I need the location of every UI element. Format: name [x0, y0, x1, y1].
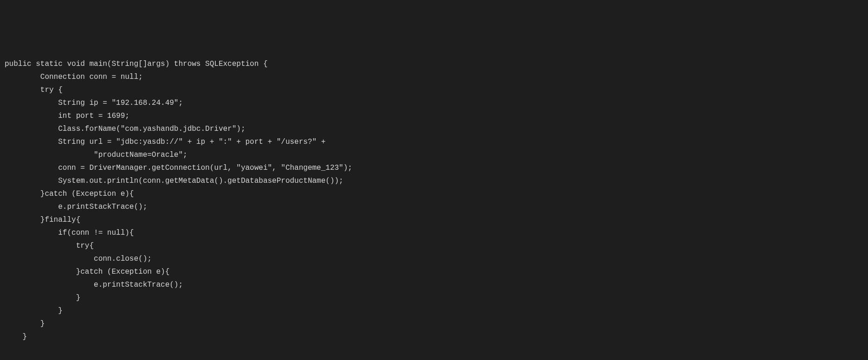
- code-line: }catch (Exception e){: [5, 187, 863, 200]
- code-line: }: [5, 291, 863, 304]
- code-line: String url = "jdbc:yasdb://" + ip + ":" …: [5, 135, 863, 148]
- code-line: conn = DriverManager.getConnection(url, …: [5, 161, 863, 174]
- code-line: try {: [5, 84, 863, 96]
- code-line: if(conn != null){: [5, 226, 863, 239]
- code-block: public static void main(String[]args) th…: [5, 58, 863, 343]
- code-line: }: [5, 330, 863, 343]
- code-line: Connection conn = null;: [5, 71, 863, 84]
- code-line: String ip = "192.168.24.49";: [5, 96, 863, 109]
- code-line: try{: [5, 239, 863, 252]
- code-line: }finally{: [5, 213, 863, 226]
- code-line: }: [5, 304, 863, 317]
- code-line: conn.close();: [5, 252, 863, 265]
- code-line: }catch (Exception e){: [5, 265, 863, 278]
- code-line: e.printStackTrace();: [5, 200, 863, 213]
- code-line: }: [5, 317, 863, 330]
- code-line: int port = 1699;: [5, 109, 863, 122]
- code-line: Class.forName("com.yashandb.jdbc.Driver"…: [5, 122, 863, 135]
- code-line: "productName=Oracle";: [5, 148, 863, 161]
- code-line: e.printStackTrace();: [5, 278, 863, 291]
- code-line: System.out.println(conn.getMetaData().ge…: [5, 174, 863, 187]
- code-line: public static void main(String[]args) th…: [5, 58, 863, 71]
